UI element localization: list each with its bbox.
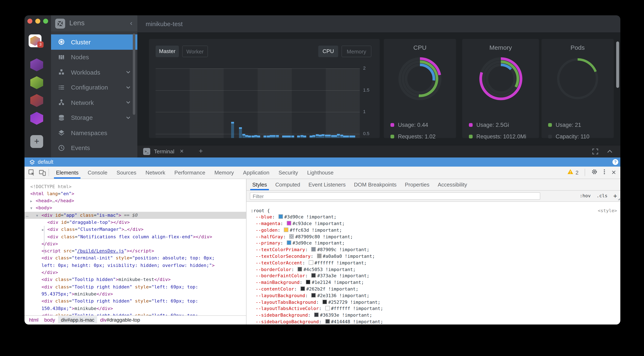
sidebar-collapse-icon[interactable]: ‹ [130, 19, 132, 27]
terminal-add-icon[interactable]: + [199, 147, 203, 156]
tab-sources[interactable]: Sources [112, 167, 141, 178]
color-swatch[interactable] [317, 254, 322, 258]
color-swatch[interactable] [278, 214, 283, 219]
terminal-tab[interactable]: Terminal [154, 148, 174, 155]
dom-node[interactable]: </div> [24, 240, 246, 248]
sidebar-item-network[interactable]: Network [51, 95, 137, 110]
color-swatch[interactable] [314, 313, 319, 317]
dom-node[interactable]: <div class="Tooltip right hidden" style=… [24, 283, 246, 291]
dom-node[interactable]: ▼<body> [24, 204, 246, 212]
cluster-icon[interactable] [30, 112, 43, 125]
tab-performance[interactable]: Performance [170, 167, 210, 178]
terminal-close-icon[interactable]: ✕ [180, 148, 184, 154]
dom-node[interactable]: 95.4375px;">minikube</div> [24, 291, 246, 298]
css-declaration[interactable]: --halfGray: #87909c80 !important; [246, 233, 620, 240]
settings-gear-icon[interactable] [592, 169, 598, 176]
dom-node[interactable]: 150.438px;">minikube</div> [24, 305, 246, 312]
tab-console[interactable]: Console [83, 167, 112, 178]
color-swatch[interactable] [312, 247, 316, 252]
warning-icon[interactable] [567, 169, 574, 176]
tab-application[interactable]: Application [238, 167, 274, 178]
dom-node[interactable]: <div class="terminal-init" style="positi… [24, 255, 246, 262]
content-scrollbar[interactable] [616, 41, 619, 88]
dom-node[interactable]: <div id="draggable-top"></div> [24, 219, 246, 226]
device-toolbar-icon[interactable] [39, 169, 46, 176]
breadcrumb-item[interactable]: body [41, 316, 58, 324]
traffic-close-button[interactable] [28, 19, 32, 24]
color-swatch[interactable] [322, 299, 327, 304]
dom-node[interactable]: <html lang="en"> [24, 190, 246, 197]
metric-cpu-button[interactable]: CPU [318, 46, 338, 57]
css-declaration[interactable]: --textColorSecondary: #a0a0a0 !important… [246, 253, 620, 260]
dom-node[interactable]: <div class="Tooltip hidden">minikube-tes… [24, 276, 246, 283]
class-toggle-button[interactable]: .cls [596, 193, 608, 198]
tab-elements[interactable]: Elements [52, 167, 83, 178]
dom-node[interactable]: <div class="Tooltip right hidden" style=… [24, 298, 246, 305]
collapsed-arrow-icon[interactable]: ▶ [30, 198, 32, 205]
color-swatch[interactable] [284, 227, 288, 232]
cluster-icon[interactable] [30, 94, 43, 107]
sidebar-scrollbar[interactable] [133, 33, 135, 115]
color-swatch[interactable] [298, 267, 302, 271]
warning-count[interactable]: 2 [576, 169, 578, 176]
kebab-menu-icon[interactable] [602, 169, 608, 176]
css-declaration[interactable]: --layoutTabsBackground: #252729 !importa… [246, 299, 620, 306]
styles-tab-styles[interactable]: Styles [248, 179, 271, 190]
sidebar-item-cluster[interactable]: Cluster [51, 34, 137, 49]
sidebar-item-nodes[interactable]: Nodes [51, 49, 137, 65]
pseudo-state-button[interactable]: :hov [580, 193, 591, 198]
css-declaration[interactable]: --borderColor: #4c5053 !important; [246, 266, 620, 273]
sidebar-item-configuration[interactable]: Configuration [51, 80, 137, 95]
tab-lighthouse[interactable]: Lighthouse [303, 167, 338, 178]
dom-node[interactable]: ▶<head>…</head> [24, 197, 246, 204]
inspect-icon[interactable] [28, 169, 35, 176]
styles-tab-computed[interactable]: Computed [271, 179, 304, 190]
dock-fullscreen-icon[interactable] [592, 148, 598, 156]
dom-node[interactable]: <script src="/build/LensDev.js"></script… [24, 247, 246, 255]
dom-node[interactable]: ▶<div class="ClusterManager">…</div> [24, 226, 246, 233]
styles-tab-event-listeners[interactable]: Event Listeners [304, 179, 350, 190]
tab-security[interactable]: Security [274, 167, 303, 178]
color-swatch[interactable] [287, 221, 291, 225]
css-declaration[interactable]: --golden: #ffc63d !important; [246, 227, 620, 234]
dom-node[interactable]: left: 0px; height: 0px; visibility: hidd… [24, 262, 246, 269]
collapsed-arrow-icon[interactable]: ▶ [42, 226, 44, 234]
add-cluster-button[interactable]: + [30, 135, 43, 148]
color-swatch[interactable] [325, 306, 330, 311]
css-declaration[interactable]: --textColorPrimary: #87909c !important; [246, 247, 620, 253]
color-swatch[interactable] [290, 234, 294, 238]
cluster-icon[interactable] [30, 58, 43, 71]
dom-node[interactable]: <!DOCTYPE html> [24, 183, 246, 190]
sidebar-item-workloads[interactable]: Workloads [51, 65, 137, 80]
filter-worker-button[interactable]: Worker [182, 46, 208, 57]
color-swatch[interactable] [312, 293, 316, 298]
sidebar-item-storage[interactable]: Storage [51, 110, 137, 125]
traffic-zoom-button[interactable] [43, 19, 48, 24]
color-swatch[interactable] [325, 319, 330, 324]
tab-memory[interactable]: Memory [210, 167, 238, 178]
styles-tab-accessibility[interactable]: Accessibility [434, 179, 472, 190]
css-declaration[interactable]: --blue: #3d90ce !important; [246, 214, 620, 221]
css-declaration[interactable]: --primary: #3d90ce !important; [246, 240, 620, 247]
css-declaration[interactable]: --layoutBackground: #2e3136 !important; [246, 293, 620, 299]
expanded-arrow-icon[interactable]: ▼ [36, 212, 38, 219]
styles-tab-properties[interactable]: Properties [401, 179, 434, 190]
css-selector[interactable]: :root { [246, 207, 620, 214]
selected-dom-node[interactable]: …▼<div id="app" class="is-mac"> == $0 [24, 211, 246, 219]
dom-node[interactable]: </div> [24, 269, 246, 276]
css-declaration[interactable]: --magenta: #c93dce !important; [246, 220, 620, 227]
color-swatch[interactable] [306, 280, 310, 285]
css-declaration[interactable]: --borderFaintColor: #373a3e !important; [246, 273, 620, 280]
color-swatch[interactable] [287, 241, 291, 245]
cluster-icon[interactable] [30, 76, 43, 89]
styles-filter-input[interactable]: Filter [250, 192, 540, 199]
css-declaration[interactable]: --contentColor: #262b2f !important; [246, 286, 620, 293]
css-declaration[interactable]: --mainBackground: #1e2124 !important; [246, 280, 620, 286]
dom-node[interactable]: <div class="Tooltip right hidden" style=… [24, 312, 246, 315]
devtools-close-icon[interactable]: ✕ [612, 169, 616, 176]
help-button[interactable]: ? [612, 159, 618, 165]
dock-collapse-icon[interactable] [607, 148, 613, 156]
breadcrumb-item[interactable]: div#app.is-mac [58, 316, 97, 324]
css-declaration[interactable]: --sidebarLogoBackground: #414448 !import… [246, 319, 620, 325]
expanded-arrow-icon[interactable]: ▼ [30, 205, 32, 212]
